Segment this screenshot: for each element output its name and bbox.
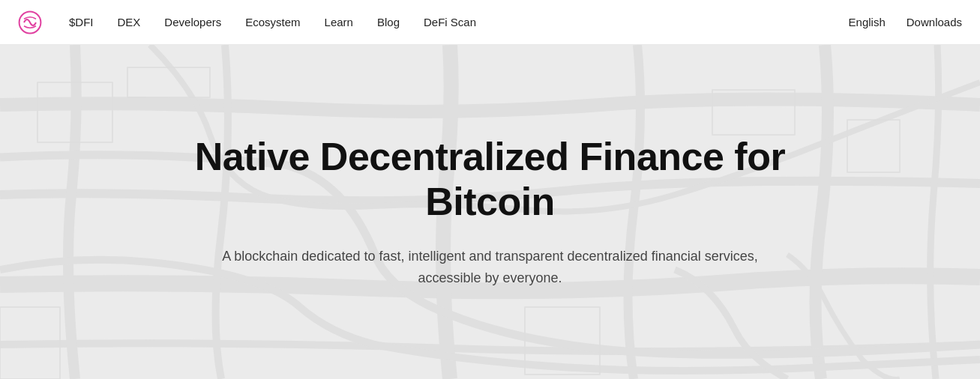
- nav-item-ecosystem[interactable]: Ecosystem: [245, 16, 300, 28]
- logo-icon: [18, 10, 42, 34]
- hero-content: Native Decentralized Finance for Bitcoin…: [153, 135, 828, 288]
- nav-downloads[interactable]: Downloads: [907, 16, 962, 28]
- nav-item-dfi[interactable]: $DFI: [69, 16, 94, 28]
- nav-item-dex[interactable]: DEX: [118, 16, 141, 28]
- nav-right: English Downloads: [849, 16, 962, 28]
- nav-item-developers[interactable]: Developers: [164, 16, 221, 28]
- nav-item-learn[interactable]: Learn: [325, 16, 353, 28]
- nav-item-blog[interactable]: Blog: [377, 16, 400, 28]
- nav-item-defiscan[interactable]: DeFi Scan: [424, 16, 476, 28]
- hero-subtitle: A blockchain dedicated to fast, intellig…: [198, 246, 783, 289]
- nav-links: $DFI DEX Developers Ecosystem Learn Blog…: [69, 16, 849, 28]
- hero-section: Native Decentralized Finance for Bitcoin…: [0, 45, 980, 379]
- navbar: $DFI DEX Developers Ecosystem Learn Blog…: [0, 0, 980, 45]
- nav-english[interactable]: English: [849, 16, 886, 28]
- logo-link[interactable]: [18, 10, 42, 34]
- hero-title: Native Decentralized Finance for Bitcoin: [183, 135, 798, 225]
